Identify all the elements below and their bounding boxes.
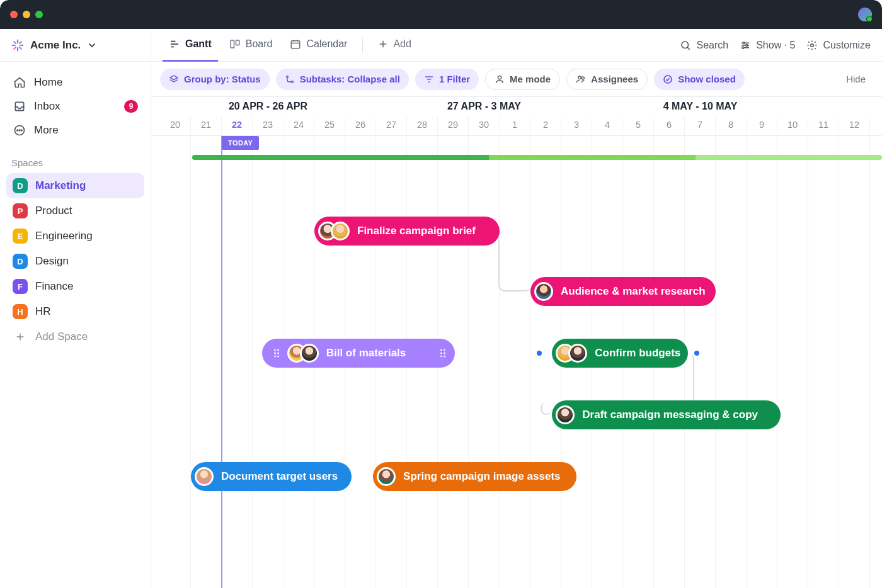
day-header[interactable]: 26 — [345, 117, 376, 135]
nav-label: Home — [34, 76, 62, 89]
avatar[interactable] — [377, 467, 396, 486]
svg-point-40 — [578, 76, 581, 79]
view-tab-gantt[interactable]: Gantt — [163, 29, 218, 62]
gantt-chart[interactable]: 20 APR - 26 APR27 APR - 3 MAY4 MAY - 10 … — [151, 97, 882, 588]
layers-icon — [169, 74, 179, 84]
day-header[interactable]: 2 — [530, 117, 561, 135]
show-closed-pill[interactable]: Show closed — [654, 69, 745, 90]
avatar[interactable] — [300, 344, 319, 363]
spaces-header: Spaces — [0, 146, 151, 173]
task-assignees[interactable] — [534, 282, 553, 301]
search-icon — [680, 40, 691, 51]
day-header[interactable]: 24 — [284, 117, 314, 135]
pill-label: Me mode — [510, 74, 551, 84]
drag-handle-icon[interactable] — [440, 348, 446, 358]
task-bar-bill[interactable]: Bill of materials — [262, 339, 455, 368]
avatar[interactable] — [556, 405, 575, 424]
window-minimize-icon[interactable] — [23, 11, 30, 18]
task-bar-document[interactable]: Document target users — [191, 462, 352, 491]
day-header[interactable]: 25 — [314, 117, 345, 135]
day-header[interactable]: 30 — [469, 117, 500, 135]
task-label: Bill of materials — [326, 347, 406, 359]
space-item-hr[interactable]: HHR — [6, 299, 144, 324]
space-label: Engineering — [35, 230, 93, 242]
dependency-dot-icon[interactable] — [537, 351, 542, 356]
task-assignees[interactable] — [556, 405, 575, 424]
space-item-finance[interactable]: FFinance — [6, 274, 144, 299]
drag-handle-icon[interactable] — [273, 348, 280, 358]
show-action[interactable]: Show · 5 — [740, 40, 795, 51]
day-header[interactable]: 29 — [438, 117, 469, 135]
window-close-icon[interactable] — [10, 11, 18, 18]
task-assignees[interactable] — [195, 467, 214, 486]
day-header[interactable]: 3 — [561, 117, 592, 135]
task-assignees[interactable] — [318, 222, 350, 240]
day-header[interactable]: 20 — [160, 117, 191, 135]
group-by-pill[interactable]: Group by: Status — [160, 69, 270, 90]
task-assignees[interactable] — [377, 467, 396, 486]
day-header[interactable]: 22 — [222, 117, 253, 135]
day-header[interactable]: 7 — [685, 117, 716, 135]
search-action[interactable]: Search — [680, 40, 728, 51]
task-label: Document target users — [221, 470, 338, 483]
chevron-down-icon — [88, 42, 96, 49]
filter-icon — [424, 74, 434, 84]
task-bar-finalize[interactable]: Finalize campaign brief — [314, 217, 500, 246]
day-header[interactable]: 23 — [253, 117, 284, 135]
view-tab-add[interactable]: Add — [372, 29, 417, 62]
day-header[interactable]: 4 — [592, 117, 623, 135]
view-label: Calendar — [306, 38, 347, 50]
avatar[interactable] — [534, 282, 553, 301]
svg-point-44 — [277, 349, 279, 351]
view-tab-calendar[interactable]: Calendar — [284, 29, 353, 62]
view-tab-board[interactable]: Board — [223, 29, 279, 62]
task-bar-confirm[interactable]: Confirm budgets — [552, 339, 688, 368]
action-label: Customize — [823, 40, 871, 51]
day-header[interactable]: 28 — [407, 117, 438, 135]
view-label: Gantt — [185, 38, 212, 50]
svg-point-10 — [19, 130, 20, 131]
day-header[interactable]: 21 — [191, 117, 222, 135]
task-bar-spring[interactable]: Spring campaign image assets — [373, 462, 576, 491]
window-maximize-icon[interactable] — [35, 11, 43, 18]
nav-inbox[interactable]: Inbox 9 — [6, 94, 144, 118]
space-item-engineering[interactable]: EEngineering — [6, 223, 144, 249]
task-bar-audience[interactable]: Audience & market research — [530, 277, 716, 306]
subtask-icon — [285, 74, 295, 84]
day-header[interactable]: 5 — [623, 117, 654, 135]
hide-toolbar-link[interactable]: Hide — [846, 74, 866, 84]
assignees-pill[interactable]: Assignees — [566, 69, 648, 90]
space-item-product[interactable]: PProduct — [6, 198, 144, 223]
space-label: Product — [35, 205, 72, 217]
day-header[interactable]: 12 — [839, 117, 870, 135]
space-item-design[interactable]: DDesign — [6, 249, 144, 274]
dependency-dot-icon[interactable] — [694, 351, 699, 356]
plus-icon — [378, 39, 388, 49]
customize-action[interactable]: Customize — [806, 40, 871, 51]
me-mode-pill[interactable]: Me mode — [485, 69, 560, 90]
day-header[interactable]: 27 — [376, 117, 407, 135]
nav-home[interactable]: Home — [6, 71, 144, 94]
progress-bar — [192, 155, 882, 160]
toolbar: Group by: Status Subtasks: Collapse all … — [151, 62, 882, 97]
day-header[interactable]: 9 — [747, 117, 777, 135]
filter-pill[interactable]: 1 Filter — [415, 69, 479, 90]
day-header[interactable]: 6 — [654, 117, 685, 135]
avatar[interactable] — [195, 467, 214, 486]
add-space-button[interactable]: Add Space — [6, 324, 144, 349]
subtasks-pill[interactable]: Subtasks: Collapse all — [276, 69, 409, 90]
task-assignees[interactable] — [556, 344, 587, 363]
task-assignees[interactable] — [287, 344, 319, 363]
space-item-marketing[interactable]: DMarketing — [6, 173, 144, 198]
day-header[interactable]: 1 — [500, 117, 530, 135]
avatar[interactable] — [331, 222, 350, 240]
task-bar-draft[interactable]: Draft campaign messaging & copy — [552, 400, 781, 429]
workspace-switcher[interactable]: Acme Inc. — [0, 29, 151, 62]
avatar[interactable] — [568, 344, 587, 363]
current-user-avatar[interactable] — [858, 8, 872, 21]
day-header[interactable]: 8 — [716, 117, 747, 135]
day-header[interactable]: 11 — [808, 117, 839, 135]
nav-more[interactable]: More — [6, 118, 144, 142]
day-header[interactable]: 10 — [777, 117, 808, 135]
task-label: Draft campaign messaging & copy — [582, 409, 758, 421]
